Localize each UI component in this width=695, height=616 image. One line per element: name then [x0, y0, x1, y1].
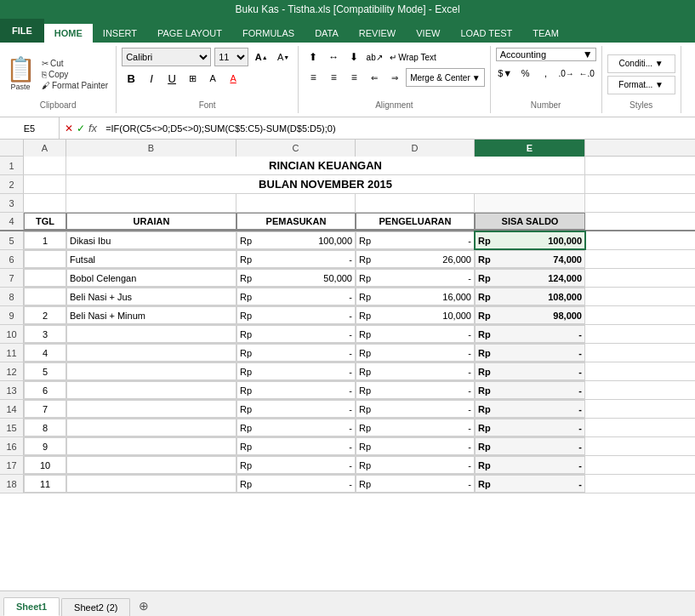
tab-team[interactable]: TEAM: [522, 24, 569, 43]
col-header-a[interactable]: A: [24, 140, 66, 157]
cell-b4[interactable]: URAIAN: [66, 213, 236, 230]
cell-b16[interactable]: [66, 437, 236, 455]
cut-button[interactable]: ✂ Cut: [39, 58, 111, 69]
format-painter-button[interactable]: 🖌 Format Painter: [39, 80, 111, 91]
fill-color-button[interactable]: A: [203, 69, 222, 88]
cell-d14[interactable]: Rp-: [356, 400, 475, 418]
formula-content[interactable]: =IF(OR(C5<>0;D5<>0);SUM(C$5:C5)-SUM(D$5:…: [102, 123, 695, 134]
tab-file[interactable]: FILE: [0, 19, 44, 43]
cell-d16[interactable]: Rp-: [356, 437, 475, 455]
cell-e18[interactable]: Rp-: [475, 475, 585, 493]
cell-a16[interactable]: 9: [24, 437, 66, 455]
cell-d6[interactable]: Rp26,000: [356, 250, 475, 268]
borders-button[interactable]: ⊞: [183, 69, 202, 88]
cell-b15[interactable]: [66, 419, 236, 436]
cell-e12[interactable]: Rp-: [475, 362, 585, 380]
tab-review[interactable]: REVIEW: [349, 24, 406, 43]
cell-d15[interactable]: Rp-: [356, 419, 475, 436]
copy-button[interactable]: ⎘ Copy: [39, 69, 111, 80]
cell-c8[interactable]: Rp-: [236, 288, 356, 305]
cell-b12[interactable]: [66, 362, 236, 380]
cancel-formula-icon[interactable]: ✕: [65, 123, 73, 134]
cell-b6[interactable]: Futsal: [66, 250, 236, 268]
format-as-table-button[interactable]: Format... ▼: [607, 76, 675, 94]
cell-a18[interactable]: 11: [24, 475, 66, 493]
cell-c15[interactable]: Rp-: [236, 419, 356, 436]
cell-e9[interactable]: Rp98,000: [475, 306, 585, 324]
tab-home[interactable]: HOME: [44, 24, 93, 43]
cell-d11[interactable]: Rp-: [356, 344, 475, 362]
percent-button[interactable]: %: [516, 64, 535, 83]
wrap-text-button[interactable]: ↵ Wrap Text: [385, 48, 441, 66]
cell-a15[interactable]: 8: [24, 419, 66, 436]
cell-e13[interactable]: Rp-: [475, 381, 585, 399]
tab-page-layout[interactable]: PAGE LAYOUT: [147, 24, 232, 43]
accounting-format-button[interactable]: $▼: [496, 64, 515, 83]
cell-d13[interactable]: Rp-: [356, 381, 475, 399]
cell-e3[interactable]: [475, 194, 585, 212]
merge-center-dropdown[interactable]: Merge & Center ▼: [406, 68, 485, 87]
cell-e10[interactable]: Rp-: [475, 325, 585, 343]
align-bottom-button[interactable]: ⬇: [345, 48, 363, 66]
cell-a1[interactable]: [24, 157, 66, 174]
col-header-c[interactable]: C: [236, 140, 356, 157]
cell-d18[interactable]: Rp-: [356, 475, 475, 493]
underline-button[interactable]: U: [162, 69, 181, 88]
sheet-tab-sheet2[interactable]: Sheet2 (2): [61, 598, 130, 616]
cell-b10[interactable]: [66, 325, 236, 343]
cell-a2[interactable]: [24, 175, 66, 193]
confirm-formula-icon[interactable]: ✓: [77, 123, 85, 134]
cell-a12[interactable]: 5: [24, 362, 66, 380]
cell-d8[interactable]: Rp16,000: [356, 288, 475, 305]
cell-e11[interactable]: Rp-: [475, 344, 585, 362]
cell-c7[interactable]: Rp50,000: [236, 269, 356, 287]
cell-e8[interactable]: Rp108,000: [475, 288, 585, 305]
cell-d7[interactable]: Rp-: [356, 269, 475, 287]
col-header-b[interactable]: B: [66, 140, 236, 157]
cell-d9[interactable]: Rp10,000: [356, 306, 475, 324]
cell-e4[interactable]: SISA SALDO: [475, 213, 585, 230]
decrease-decimal-button[interactable]: ←.0: [578, 64, 596, 83]
font-size-select[interactable]: 11: [214, 48, 248, 66]
cell-e5[interactable]: Rp100,000: [475, 231, 585, 249]
cell-e16[interactable]: Rp-: [475, 437, 585, 455]
tab-view[interactable]: VIEW: [406, 24, 450, 43]
font-color-button[interactable]: A: [224, 69, 242, 88]
fx-icon[interactable]: fx: [88, 122, 97, 134]
cell-b13[interactable]: [66, 381, 236, 399]
cell-b17[interactable]: [66, 456, 236, 474]
grow-font-button[interactable]: A▲: [252, 48, 271, 66]
cell-b11[interactable]: [66, 344, 236, 362]
align-top-button[interactable]: ⬆: [304, 48, 322, 66]
cell-c13[interactable]: Rp-: [236, 381, 356, 399]
cell-d5[interactable]: Rp-: [356, 231, 475, 249]
cell-a4[interactable]: TGL: [24, 213, 66, 230]
cell-b7[interactable]: Bobol Celengan: [66, 269, 236, 287]
tab-data[interactable]: DATA: [305, 24, 349, 43]
cell-c3[interactable]: [236, 194, 356, 212]
cell-c16[interactable]: Rp-: [236, 437, 356, 455]
cell-e14[interactable]: Rp-: [475, 400, 585, 418]
cell-e7[interactable]: Rp124,000: [475, 269, 585, 287]
cell-b5[interactable]: Dikasi Ibu: [66, 231, 236, 249]
cell-c14[interactable]: Rp-: [236, 400, 356, 418]
cell-c9[interactable]: Rp-: [236, 306, 356, 324]
cell-a10[interactable]: 3: [24, 325, 66, 343]
cell-b1[interactable]: RINCIAN KEUANGAN: [66, 157, 585, 174]
comma-button[interactable]: ,: [537, 64, 555, 83]
cell-d17[interactable]: Rp-: [356, 456, 475, 474]
cell-d10[interactable]: Rp-: [356, 325, 475, 343]
col-header-e[interactable]: E: [475, 140, 585, 157]
cell-b2[interactable]: BULAN NOVEMBER 2015: [66, 175, 585, 193]
number-format-chevron[interactable]: ▼: [580, 48, 595, 60]
conditional-formatting-button[interactable]: Conditi... ▼: [607, 54, 675, 73]
cell-a17[interactable]: 10: [24, 456, 66, 474]
font-name-select[interactable]: Calibri: [122, 48, 211, 66]
cell-a3[interactable]: [24, 194, 66, 212]
cell-c11[interactable]: Rp-: [236, 344, 356, 362]
cell-reference-box[interactable]: E5: [0, 117, 60, 139]
cell-c6[interactable]: Rp-: [236, 250, 356, 268]
increase-indent-button[interactable]: ⇒: [385, 68, 404, 87]
cell-d3[interactable]: [356, 194, 475, 212]
tab-load-test[interactable]: LOAD TEST: [450, 24, 522, 43]
